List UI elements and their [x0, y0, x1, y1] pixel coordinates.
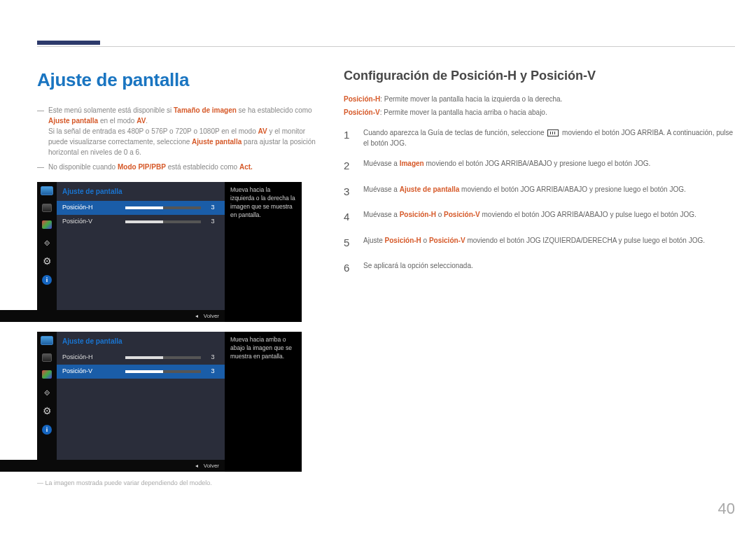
menu-icon	[547, 129, 559, 136]
info-icon: i	[42, 425, 52, 435]
gear-icon	[41, 256, 53, 267]
step-text: Ajuste Posición-H o Posición-V moviendo …	[363, 235, 735, 246]
t: Si la señal de entrada es 480P o 576P o …	[48, 127, 258, 135]
t: Posición-V	[444, 211, 480, 218]
t: moviendo el botón JOG ARRIBA/ABAJO y pre…	[424, 160, 651, 167]
t: Muévase a	[363, 185, 400, 193]
page-number: 40	[718, 497, 735, 520]
t: AV	[258, 127, 267, 135]
osd-value: 3	[208, 217, 218, 227]
note-1-p1: Este menú solamente está disponible si T…	[48, 105, 316, 126]
t: o	[436, 211, 444, 218]
step-4: 4 Muévase a Posición-H o Posición-V movi…	[344, 209, 735, 225]
header-accent-bar	[37, 41, 100, 45]
step-number: 1	[344, 127, 354, 143]
header-rule	[37, 46, 735, 47]
t: Ajuste de pantalla	[400, 185, 460, 193]
osd-label: Posición-H	[62, 353, 125, 363]
t: Posición-H	[344, 95, 380, 103]
osd-mock-posicion-v: i Ajuste de pantalla Posición-H 3 Posici…	[37, 332, 302, 472]
right-column: Configuración de Posición-H y Posición-V…	[344, 66, 735, 489]
t: AV	[136, 117, 146, 125]
t: Cuando aparezca la Guía de teclas de fun…	[363, 129, 546, 136]
steps-list: 1 Cuando aparezca la Guía de teclas de f…	[344, 127, 735, 276]
osd-title: Ajuste de pantalla	[57, 186, 225, 201]
color-icon	[42, 220, 52, 229]
osd-label: Posición-H	[62, 203, 125, 213]
t: en el modo	[98, 117, 136, 125]
t: Imagen	[400, 160, 424, 167]
osd-mock-posicion-h: i Ajuste de pantalla Posición-H 3 Posici…	[37, 182, 302, 322]
osd-help-text: Mueva hacia la izquierda o la derecha la…	[225, 182, 302, 322]
step-text: Muévase a Ajuste de pantalla moviendo el…	[363, 184, 735, 195]
step-number: 4	[344, 209, 354, 225]
left-column: Ajuste de pantalla ― Este menú solamente…	[37, 66, 316, 489]
osd-back-label[interactable]: Volver	[204, 312, 219, 321]
step-text: Muévase a Posición-H o Posición-V movien…	[363, 209, 735, 220]
t: Act.	[239, 163, 253, 171]
t: Ajuste	[363, 237, 385, 244]
t: Muévase a	[363, 211, 400, 218]
osd-label: Posición-V	[62, 217, 125, 227]
resize-icon	[41, 237, 53, 248]
resize-icon	[41, 387, 53, 398]
step-1: 1 Cuando aparezca la Guía de teclas de f…	[344, 127, 735, 148]
pip-icon	[42, 204, 52, 212]
t: Muévase a	[363, 160, 400, 167]
step-number: 6	[344, 260, 354, 276]
t: : Permite mover la pantalla hacia arriba…	[380, 108, 547, 116]
t: Posición-V	[344, 108, 380, 116]
osd-help-text: Mueva hacia arriba o abajo la imagen que…	[225, 332, 302, 472]
step-text: Cuando aparezca la Guía de teclas de fun…	[363, 127, 735, 148]
note-dash: ―	[37, 105, 44, 157]
step-2: 2 Muévase a Imagen moviendo el botón JOG…	[344, 158, 735, 174]
page-content: Ajuste de pantalla ― Este menú solamente…	[37, 66, 735, 489]
monitor-icon	[41, 336, 53, 345]
step-text: Se aplicará la opción seleccionada.	[363, 260, 735, 271]
t: Modo PIP/PBP	[118, 163, 166, 171]
t: Este menú solamente está disponible si	[48, 106, 174, 114]
step-5: 5 Ajuste Posición-H o Posición-V moviend…	[344, 235, 735, 251]
t: Ajuste pantalla	[192, 138, 241, 146]
step-number: 3	[344, 184, 354, 200]
osd-row-pos-h[interactable]: Posición-H 3	[57, 351, 225, 365]
def-pos-h: Posición-H: Permite mover la pantalla ha…	[344, 94, 735, 104]
footnote-text: La imagen mostrada puede variar dependie…	[46, 479, 212, 486]
info-icon: i	[42, 275, 52, 285]
pip-icon	[42, 353, 52, 362]
section-heading-left: Ajuste de pantalla	[37, 66, 316, 94]
slider-icon	[125, 220, 201, 223]
slider-icon	[125, 206, 201, 209]
step-number: 2	[344, 158, 354, 174]
t: Posición-H	[400, 211, 436, 218]
t: moviendo el botón JOG ARRIBA/ABAJO y pul…	[480, 211, 696, 218]
osd-row-pos-v[interactable]: Posición-V 3	[57, 215, 225, 229]
gear-icon	[41, 406, 53, 416]
t: Tamaño de imagen	[174, 106, 237, 114]
step-number: 5	[344, 235, 354, 251]
note-2: ― No disponible cuando Modo PIP/PBP está…	[37, 162, 316, 172]
note-dash: ―	[37, 162, 44, 172]
osd-row-pos-v[interactable]: Posición-V 3	[57, 365, 225, 379]
t: No disponible cuando	[48, 163, 118, 171]
t: moviendo el botón JOG ARRIBA/ABAJO y pre…	[459, 185, 686, 193]
t: moviendo el botón JOG IZQUIERDA/DERECHA …	[465, 237, 705, 244]
osd-back-label[interactable]: Volver	[204, 462, 219, 470]
osd-row-pos-h[interactable]: Posición-H 3	[57, 201, 225, 215]
osd-sidebar: i	[37, 182, 57, 322]
t: o	[421, 237, 429, 244]
t: Posición-V	[429, 237, 465, 244]
osd-sidebar: i	[37, 332, 57, 472]
t: : Permite mover la pantalla hacia la izq…	[380, 95, 562, 103]
osd-value: 3	[208, 367, 218, 377]
step-text: Muévase a Imagen moviendo el botón JOG A…	[363, 158, 735, 169]
osd-label: Posición-V	[62, 367, 125, 377]
osd-footer: Volver	[0, 310, 225, 322]
osd-main: Ajuste de pantalla Posición-H 3 Posición…	[57, 182, 225, 322]
osd-value: 3	[208, 353, 218, 363]
t: Ajuste pantalla	[48, 117, 98, 125]
section-heading-right: Configuración de Posición-H y Posición-V	[344, 66, 735, 85]
note-1: ― Este menú solamente está disponible si…	[37, 105, 316, 157]
slider-icon	[125, 370, 201, 373]
note-1-p2: Si la señal de entrada es 480P o 576P o …	[48, 126, 316, 157]
